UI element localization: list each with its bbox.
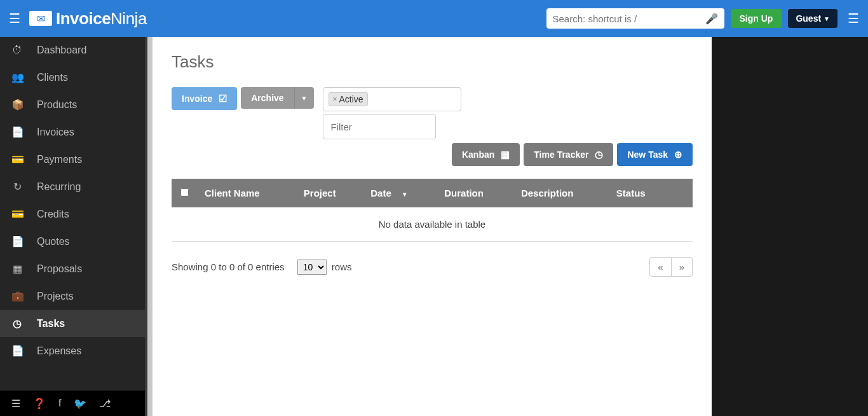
sidebar-item-label: Recurring <box>37 181 81 193</box>
sidebar-item-credits[interactable]: 💳 Credits <box>0 200 145 228</box>
archive-button-group: Archive ▼ <box>241 87 313 109</box>
sidebar: ⏱ Dashboard 👥 Clients 📦 Products 📄 Invoi… <box>0 37 147 416</box>
sidebar-item-label: Quotes <box>37 236 70 247</box>
status-tag-active: × Active <box>329 92 368 106</box>
sidebar-item-recurring[interactable]: ↻ Recurring <box>0 173 145 200</box>
sidebar-item-tasks[interactable]: ◷ Tasks <box>0 310 145 337</box>
showing-info: Showing 0 to 0 of 0 entries 10 rows <box>172 260 351 275</box>
page-title: Tasks <box>172 52 693 72</box>
sidebar-item-dashboard[interactable]: ⏱ Dashboard <box>0 37 145 64</box>
filter-input[interactable] <box>323 114 436 139</box>
no-data-message: No data available in table <box>172 207 693 242</box>
menu-icon[interactable]: ☰ <box>9 11 20 26</box>
sidebar-scroll[interactable]: ⏱ Dashboard 👥 Clients 📦 Products 📄 Invoi… <box>0 37 145 391</box>
column-project[interactable]: Project <box>296 179 363 207</box>
list-icon[interactable]: ☰ <box>11 398 20 410</box>
box-icon: 📦 <box>11 99 23 111</box>
select-all-header[interactable] <box>172 179 197 207</box>
header: ☰ ✉ InvoiceNinja 🎤 Sign Up Guest ▼ ☰ <box>0 0 868 37</box>
logo-envelope-icon: ✉ <box>29 11 52 26</box>
plus-circle-icon: ⊕ <box>674 149 682 160</box>
grid-icon: ▦ <box>11 263 23 275</box>
guest-label: Guest <box>796 13 821 24</box>
kanban-button[interactable]: Kanban ▦ <box>452 143 520 166</box>
column-actions <box>671 179 693 207</box>
briefcase-icon: 💼 <box>11 290 23 302</box>
sort-desc-icon: ▼ <box>402 191 408 198</box>
header-right: 🎤 Sign Up Guest ▼ ☰ <box>546 8 859 29</box>
pagination: « » <box>649 257 693 277</box>
microphone-icon[interactable]: 🎤 <box>705 13 718 25</box>
github-icon[interactable]: ⎇ <box>99 398 111 410</box>
column-duration[interactable]: Duration <box>437 179 513 207</box>
invoice-label: Invoice <box>182 94 212 104</box>
sidebar-item-projects[interactable]: 💼 Projects <box>0 282 145 310</box>
sidebar-item-label: Tasks <box>37 318 65 329</box>
sidebar-item-quotes[interactable]: 📄 Quotes <box>0 228 145 255</box>
rows-label: rows <box>332 261 352 272</box>
invoice-button[interactable]: Invoice ☑ <box>172 87 237 110</box>
twitter-icon[interactable]: 🐦 <box>74 398 86 410</box>
users-icon: 👥 <box>11 71 23 83</box>
rows-per-page-select[interactable]: 10 <box>297 260 327 275</box>
file-icon: 📄 <box>11 345 23 357</box>
time-tracker-button[interactable]: Time Tracker ◷ <box>524 143 613 166</box>
page-prev-button[interactable]: « <box>649 257 671 277</box>
check-square-icon: ☑ <box>219 93 227 104</box>
column-status[interactable]: Status <box>609 179 671 207</box>
clock-icon: ◷ <box>11 317 23 329</box>
help-icon[interactable]: ❓ <box>33 398 46 410</box>
select-all-checkbox[interactable] <box>180 188 189 197</box>
new-task-label: New Task <box>627 149 668 160</box>
header-left: ☰ ✉ InvoiceNinja <box>9 9 147 29</box>
sidebar-item-products[interactable]: 📦 Products <box>0 91 145 118</box>
sidebar-item-label: Credits <box>37 209 69 220</box>
showing-text: Showing 0 to 0 of 0 entries <box>172 261 285 272</box>
table-header-row: Client Name Project Date▼ Duration Descr… <box>172 179 693 207</box>
sidebar-item-label: Invoices <box>37 127 74 138</box>
sidebar-item-label: Clients <box>37 72 68 83</box>
toolbar: Invoice ☑ Archive ▼ × Active <box>172 87 693 166</box>
sidebar-item-invoices[interactable]: 📄 Invoices <box>0 118 145 146</box>
time-tracker-label: Time Tracker <box>534 149 588 160</box>
sidebar-item-label: Proposals <box>37 263 82 275</box>
search-input[interactable] <box>553 13 705 24</box>
sidebar-item-proposals[interactable]: ▦ Proposals <box>0 255 145 282</box>
sidebar-item-clients[interactable]: 👥 Clients <box>0 64 145 91</box>
refresh-icon: ↻ <box>11 181 23 193</box>
logo-text: InvoiceNinja <box>56 9 147 29</box>
archive-button[interactable]: Archive <box>241 87 294 109</box>
toolbar-right: Kanban ▦ Time Tracker ◷ New Task ⊕ <box>452 143 693 166</box>
status-filter[interactable]: × Active <box>323 87 461 111</box>
sidebar-item-expenses[interactable]: 📄 Expenses <box>0 337 145 364</box>
column-description[interactable]: Description <box>513 179 609 207</box>
kanban-icon: ▦ <box>501 149 510 160</box>
sidebar-item-label: Expenses <box>37 345 81 357</box>
clock-icon: ◷ <box>595 149 603 160</box>
tag-remove-icon[interactable]: × <box>333 95 337 104</box>
dashboard-icon: ⏱ <box>11 45 23 56</box>
archive-dropdown-button[interactable]: ▼ <box>294 87 314 109</box>
facebook-icon[interactable]: f <box>58 398 61 409</box>
logo[interactable]: ✉ InvoiceNinja <box>29 9 147 29</box>
new-task-button[interactable]: New Task ⊕ <box>617 143 693 166</box>
column-client-name[interactable]: Client Name <box>197 179 296 207</box>
sidebar-item-label: Dashboard <box>37 45 86 56</box>
caret-down-icon: ▼ <box>824 15 830 22</box>
menu-right-icon[interactable]: ☰ <box>848 11 859 26</box>
main: Tasks Invoice ☑ Archive ▼ × Active <box>147 37 868 416</box>
scrollbar[interactable] <box>147 37 153 416</box>
sidebar-item-payments[interactable]: 💳 Payments <box>0 146 145 173</box>
card-icon: 💳 <box>11 153 23 165</box>
signup-button[interactable]: Sign Up <box>731 9 782 28</box>
card-icon: 💳 <box>11 208 23 220</box>
file-icon: 📄 <box>11 126 23 138</box>
sidebar-footer: ☰ ❓ f 🐦 ⎇ <box>0 391 145 416</box>
column-date[interactable]: Date▼ <box>363 179 437 207</box>
filter-area: × Active <box>323 87 461 139</box>
guest-button[interactable]: Guest ▼ <box>788 9 837 28</box>
page-next-button[interactable]: » <box>672 257 693 277</box>
sidebar-item-label: Payments <box>37 154 82 165</box>
content: Tasks Invoice ☑ Archive ▼ × Active <box>153 37 712 416</box>
search-box[interactable]: 🎤 <box>546 8 724 29</box>
